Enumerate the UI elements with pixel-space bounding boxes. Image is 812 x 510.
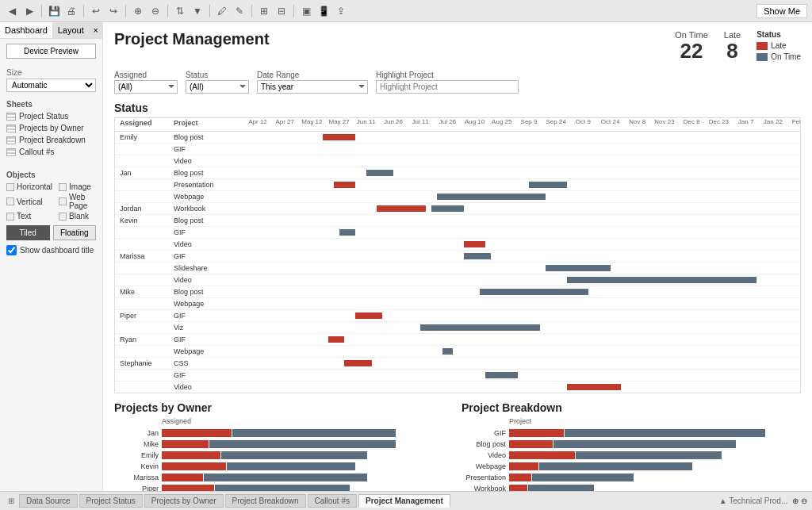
gantt-row: EmilyBlog post: [115, 132, 800, 144]
floating-button[interactable]: Floating: [53, 225, 97, 240]
redo-icon[interactable]: ↪: [106, 4, 121, 18]
gantt-row: KevinBlog post: [115, 215, 800, 227]
new-datasource-icon[interactable]: ⊞: [5, 497, 17, 505]
object-icon: [59, 183, 67, 191]
gantt-bar-ontime: [546, 265, 611, 271]
bar-chart-row: Piper: [114, 484, 454, 491]
assigned-select[interactable]: (All): [114, 80, 178, 94]
show-title-checkbox[interactable]: [6, 245, 17, 255]
bottom-tab-callout-#s[interactable]: Callout #s: [308, 494, 357, 508]
zoom-in-icon[interactable]: ⊕: [131, 4, 145, 18]
object-item[interactable]: Web Page: [59, 193, 96, 210]
sheet-item[interactable]: Project Breakdown: [0, 134, 102, 146]
bottom-tab-project-status[interactable]: Project Status: [79, 494, 143, 508]
gantt-bar-ontime: [529, 182, 567, 188]
dashboard-content: Project Management On Time 22 Late 8 Sta…: [103, 22, 812, 491]
back-icon[interactable]: ◀: [5, 4, 19, 18]
bar-segments: [509, 484, 801, 491]
zoom-out-icon[interactable]: ⊖: [148, 4, 163, 18]
sheet-item[interactable]: Projects by Owner: [0, 122, 102, 134]
show-me-button[interactable]: Show Me: [756, 4, 807, 18]
gantt-bar-late: [464, 241, 485, 247]
format-icon[interactable]: ⊞: [257, 4, 271, 18]
device-icon[interactable]: 📱: [316, 4, 331, 18]
object-item[interactable]: Text: [6, 212, 52, 220]
toolbar-sep-3: [125, 5, 126, 17]
sidebar-close-button[interactable]: ×: [90, 22, 102, 38]
status-section-title: Status: [114, 102, 801, 114]
bar-ontime-segment: [221, 451, 367, 459]
object-item[interactable]: Vertical: [6, 193, 52, 210]
bar-chart-row: GIF: [462, 428, 801, 438]
gantt-row: GIF: [115, 144, 800, 155]
gantt-bar-ontime: [567, 277, 756, 283]
print-icon[interactable]: 🖨: [64, 4, 79, 18]
bottom-tab-project-management[interactable]: Project Management: [358, 494, 450, 508]
legend-late-label: Late: [771, 41, 786, 50]
bar-chart-row: Emily: [114, 451, 454, 460]
gantt-bar-ontime: [442, 348, 454, 355]
tooltip-icon[interactable]: ⊟: [274, 4, 289, 18]
bottom-tab-projects-by-owner[interactable]: Projects by Owner: [144, 494, 224, 508]
bottom-tab-project-breakdown[interactable]: Project Breakdown: [225, 494, 306, 508]
object-item[interactable]: Image: [59, 182, 96, 191]
annotate-icon[interactable]: ✎: [232, 4, 247, 18]
gantt-tick-label: Feb 6: [792, 118, 801, 125]
gantt-tick-label: May 27: [328, 118, 349, 125]
projects-by-owner-axis-label: Assigned: [162, 417, 454, 425]
gantt-bar-late: [355, 313, 382, 319]
gantt-person-label: [115, 351, 170, 352]
object-item[interactable]: Horizontal: [6, 182, 52, 191]
filters-row: Assigned (All) Status (All) Date Range T…: [114, 71, 801, 94]
device-preview-button[interactable]: Device Preview: [6, 44, 96, 59]
undo-icon[interactable]: ↩: [89, 4, 103, 18]
gantt-project-label: Video: [170, 156, 258, 166]
gantt-tick-label: Nov 23: [654, 118, 674, 125]
bar-late-segment: [162, 451, 220, 459]
assigned-filter-label: Assigned: [114, 71, 178, 79]
highlight-input[interactable]: [376, 80, 519, 94]
bar-segments: [162, 428, 454, 438]
gantt-area: Assigned Project Apr 12Apr 27May 12May 2…: [114, 117, 801, 393]
gantt-person-label: Jan: [115, 168, 170, 178]
bottom-tab-data-source[interactable]: Data Source: [19, 494, 78, 508]
forward-icon[interactable]: ▶: [22, 4, 36, 18]
share-icon[interactable]: ⇪: [334, 4, 348, 18]
bar-chart-label: Jan: [114, 429, 162, 437]
tab-dashboard[interactable]: Dashboard: [0, 22, 52, 38]
gantt-bars-container: [258, 346, 800, 357]
object-label: Web Page: [69, 193, 96, 210]
highlight-icon[interactable]: 🖊: [215, 4, 229, 18]
gantt-tick-label: Nov 8: [629, 118, 645, 125]
sort-icon[interactable]: ⇅: [173, 4, 187, 18]
main-layout: Dashboard Layout × Device Preview Size A…: [0, 22, 812, 491]
object-item[interactable]: Blank: [59, 212, 96, 220]
sheet-item[interactable]: Callout #s: [0, 146, 102, 158]
gantt-bars-container: [258, 179, 800, 190]
gantt-col-project: Project: [170, 118, 258, 131]
sheet-item[interactable]: Project Status: [0, 110, 102, 122]
toolbar-sep-6: [251, 5, 252, 17]
gantt-bars-container: [258, 155, 800, 167]
zoom-controls[interactable]: ⊕ ⊖: [792, 497, 807, 505]
filter-icon[interactable]: ▼: [190, 4, 205, 18]
gantt-bars-container: [258, 144, 800, 155]
gantt-tick-label: Jun 11: [357, 118, 376, 125]
bar-late-segment: [509, 451, 575, 459]
sheet-name: Projects by Owner: [19, 124, 84, 132]
gantt-project-label: Video: [170, 240, 258, 249]
present-icon[interactable]: ▣: [299, 4, 313, 18]
daterange-select[interactable]: This year: [257, 80, 368, 94]
tiled-button[interactable]: Tiled: [6, 225, 50, 240]
gantt-tick-label: Jul 11: [412, 118, 429, 125]
object-icon: [59, 197, 67, 205]
bar-chart-label: Marissa: [114, 474, 162, 481]
save-icon[interactable]: 💾: [47, 4, 61, 18]
tab-layout[interactable]: Layout: [52, 22, 90, 38]
gantt-bars-container: [258, 203, 800, 214]
gantt-bar-late: [377, 205, 426, 212]
size-select[interactable]: Automatic: [6, 79, 96, 92]
status-select[interactable]: (All): [186, 80, 249, 94]
filter-assigned: Assigned (All): [114, 71, 178, 94]
gantt-row: MarissaGIF: [115, 251, 800, 263]
